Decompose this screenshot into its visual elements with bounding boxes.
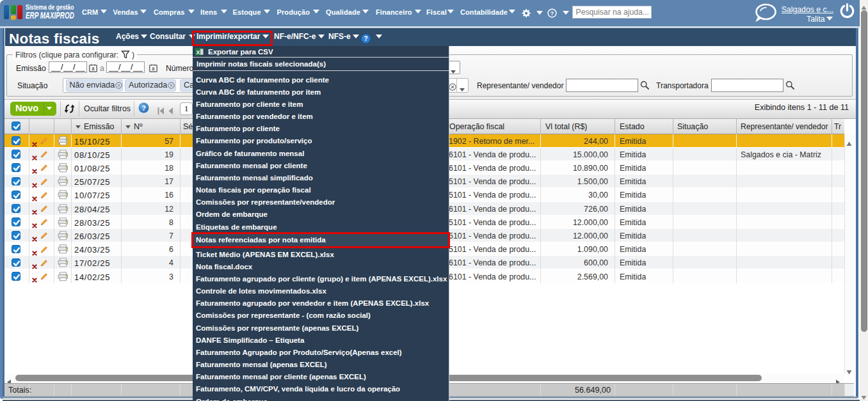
svg-text:?: ?	[551, 10, 554, 17]
svg-text:8: 8	[92, 66, 94, 72]
svg-text:?: ?	[364, 35, 367, 42]
svg-text:X: X	[197, 49, 200, 56]
svg-text:8: 8	[152, 66, 154, 72]
svg-text:?: ?	[141, 104, 146, 112]
